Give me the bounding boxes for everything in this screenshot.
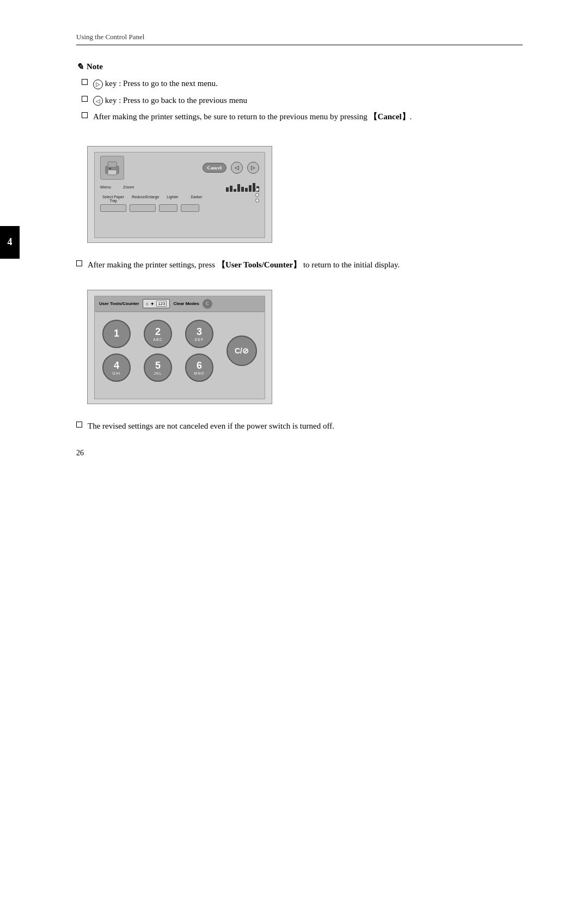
density-bar-3 bbox=[234, 189, 236, 192]
note-bullet-1: ▷ key : Press to go to the next menu. bbox=[82, 77, 523, 90]
cancel-bold: 【Cancel】 bbox=[369, 112, 409, 121]
darker-label: Darker bbox=[187, 195, 206, 203]
printer-svg bbox=[103, 158, 121, 177]
right-key-icon: ▷ bbox=[93, 80, 103, 89]
key-2-number: 2 bbox=[155, 326, 161, 338]
cp1-middle-row: Menu Zoom bbox=[95, 182, 265, 193]
density-bar-7 bbox=[249, 185, 252, 192]
user-tools-bold: 【User Tools/Counter】 bbox=[217, 260, 301, 269]
body-para-1-text: After making the printer settings, press… bbox=[88, 258, 400, 271]
page-footer: 26 bbox=[76, 449, 84, 457]
left-key-icon: ◁ bbox=[93, 96, 103, 106]
cancel-key-label: C/⊘ bbox=[235, 346, 249, 355]
header-title: Using the Control Panel bbox=[76, 33, 144, 41]
page-header: Using the Control Panel bbox=[76, 33, 523, 45]
key-3: 3 DEF bbox=[185, 320, 213, 348]
note-icon: ✎ bbox=[76, 62, 83, 72]
zoom-label: Zoom bbox=[123, 185, 134, 190]
density-bar-2 bbox=[230, 186, 232, 192]
right-nav-btn: ▷ bbox=[247, 162, 259, 174]
side-tab: 4 bbox=[0, 226, 20, 259]
svg-rect-2 bbox=[108, 170, 117, 175]
note-section: ✎ Note ▷ key : Press to go to the next m… bbox=[76, 62, 523, 123]
mode-icon-circle: ○ bbox=[146, 301, 149, 307]
body-para-1: After making the printer settings, press… bbox=[76, 258, 523, 271]
note-bullet-3: After making the printer settings, be su… bbox=[82, 111, 523, 123]
density-bar-1 bbox=[226, 187, 229, 192]
indicator-dot-3 bbox=[255, 198, 259, 202]
density-bar-5 bbox=[241, 187, 244, 192]
key-4-sub: GHI bbox=[112, 371, 120, 375]
ctrl-btn-3 bbox=[159, 204, 177, 212]
bullet-square-3 bbox=[82, 112, 88, 118]
page: 4 Using the Control Panel ✎ Note ▷ key :… bbox=[0, 0, 588, 485]
note-bullet-list: ▷ key : Press to go to the next menu. ◁ … bbox=[76, 77, 523, 123]
page-number: 26 bbox=[76, 449, 84, 457]
cp1-inner: Cancel ◁ ▷ Menu Zoom bbox=[94, 152, 265, 238]
cancel-key: C/⊘ bbox=[226, 335, 257, 366]
mode-icon-123: 123 bbox=[156, 301, 167, 307]
footer-para-text: The revised settings are not canceled ev… bbox=[88, 419, 334, 432]
key-5: 5 JKL bbox=[144, 353, 172, 382]
note-bullet-2: ◁ key : Press to go back to the previous… bbox=[82, 94, 523, 107]
key-3-sub: DEF bbox=[195, 338, 204, 341]
key-4-number: 4 bbox=[114, 360, 119, 371]
key-6-sub: MNO bbox=[194, 371, 204, 375]
note-label: Note bbox=[87, 62, 103, 71]
indicator-dot-1 bbox=[255, 187, 259, 191]
key-1-number: 1 bbox=[114, 328, 119, 339]
control-panel-image-2: User Tools/Counter ○ ✦ 123 Clear Modes C… bbox=[87, 290, 272, 404]
cp1-cancel-area: Cancel ◁ ▷ bbox=[203, 162, 260, 174]
note-heading: ✎ Note bbox=[76, 62, 523, 72]
cancel-btn-label: Cancel bbox=[207, 165, 222, 170]
key-5-number: 5 bbox=[155, 360, 161, 371]
ctrl-btn-4 bbox=[181, 204, 199, 212]
density-bar-4 bbox=[237, 184, 240, 192]
note-text-2: ◁ key : Press to go back to the previous… bbox=[93, 94, 247, 107]
key-5-sub: JKL bbox=[154, 371, 162, 375]
printer-icon bbox=[100, 156, 124, 180]
key-6: 6 MNO bbox=[185, 353, 213, 382]
cancel-button-panel: Cancel bbox=[203, 163, 227, 173]
key-1: 1 bbox=[102, 320, 131, 348]
key-2: 2 ABC bbox=[144, 320, 172, 348]
lighter-label: Lighter bbox=[163, 195, 182, 203]
reduce-enlarge-label: Reduce/Enlarge bbox=[132, 195, 158, 203]
label-row: Menu Zoom bbox=[100, 185, 134, 190]
clear-modes-btn: C bbox=[203, 299, 212, 309]
bullet-square-1 bbox=[82, 79, 88, 85]
indicator-dot-2 bbox=[255, 193, 259, 197]
indicators bbox=[255, 187, 259, 202]
menu-label: Menu bbox=[100, 185, 111, 190]
mode-display: ○ ✦ 123 bbox=[143, 299, 170, 308]
cp2-inner: User Tools/Counter ○ ✦ 123 Clear Modes C… bbox=[94, 296, 265, 399]
clear-modes-label: Clear Modes bbox=[173, 301, 199, 306]
density-bar-6 bbox=[245, 188, 248, 192]
bottom-buttons-group: Select Paper Tray Reduce/Enlarge Lighter… bbox=[100, 195, 206, 212]
mode-icon-star: ✦ bbox=[150, 301, 155, 307]
density-visual bbox=[226, 183, 259, 192]
cp1-top-row: Cancel ◁ ▷ bbox=[95, 152, 265, 182]
note-text-3: After making the printer settings, be su… bbox=[93, 111, 412, 123]
cp2-header-bar: User Tools/Counter ○ ✦ 123 Clear Modes C bbox=[95, 296, 265, 312]
bullet-square-2 bbox=[82, 96, 88, 102]
note-text-1: ▷ key : Press to go to the next menu. bbox=[93, 77, 218, 90]
svg-rect-1 bbox=[108, 162, 117, 167]
left-nav-btn: ◁ bbox=[231, 162, 243, 174]
key-3-number: 3 bbox=[197, 326, 202, 338]
select-paper-tray-label: Select Paper Tray bbox=[100, 195, 126, 203]
bullet-square-body-1 bbox=[76, 260, 82, 266]
key-4: 4 GHI bbox=[102, 353, 131, 382]
ctrl-btn-1 bbox=[100, 204, 126, 212]
ctrl-btn-2 bbox=[130, 204, 156, 212]
user-tools-counter-label: User Tools/Counter bbox=[99, 301, 139, 306]
cp1-bottom-row: Select Paper Tray Reduce/Enlarge Lighter… bbox=[95, 193, 265, 215]
svg-rect-3 bbox=[109, 168, 111, 169]
key-2-sub: ABC bbox=[153, 338, 162, 341]
ctrl-buttons-row bbox=[100, 204, 206, 212]
key-6-number: 6 bbox=[197, 360, 202, 371]
side-tab-number: 4 bbox=[8, 236, 13, 248]
body-para-footer: The revised settings are not canceled ev… bbox=[76, 419, 523, 432]
bullet-square-footer bbox=[76, 422, 82, 428]
keypad: 1 2 ABC 3 DEF C/⊘ 4 GHI 5 bbox=[95, 312, 265, 389]
